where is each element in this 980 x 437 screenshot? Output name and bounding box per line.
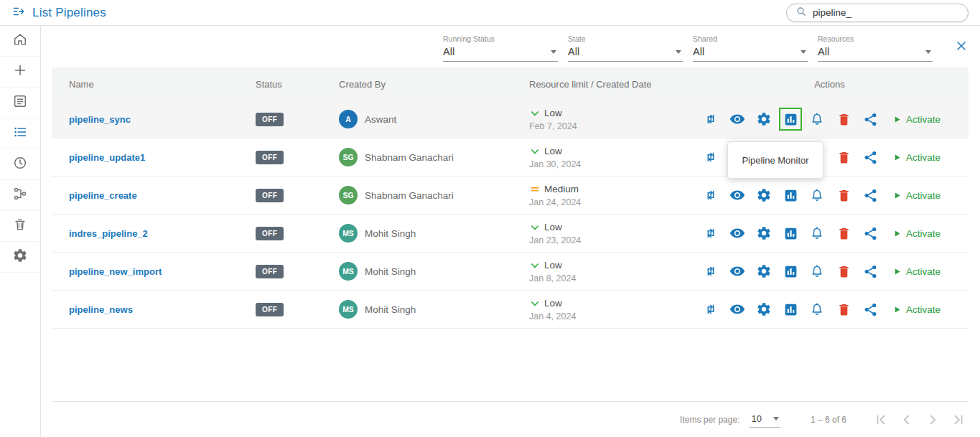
pipeline-name-link[interactable]: pipeline_update1 xyxy=(69,152,145,163)
share-button[interactable] xyxy=(862,149,879,166)
filter-resources[interactable]: Resources All xyxy=(818,34,933,62)
pipeline-monitor-button[interactable] xyxy=(782,111,799,128)
share-button[interactable] xyxy=(862,187,879,204)
view-button[interactable] xyxy=(729,187,746,204)
play-icon xyxy=(892,229,902,238)
created-date: Feb 7, 2024 xyxy=(529,121,691,131)
created-date: Jan 4, 2024 xyxy=(529,311,691,321)
chevron-down-icon xyxy=(801,50,806,54)
pipeline-flow-button[interactable] xyxy=(702,301,719,318)
services-button[interactable] xyxy=(755,111,773,128)
alerts-button[interactable] xyxy=(808,187,826,204)
delete-button[interactable] xyxy=(835,187,852,204)
delete-button[interactable] xyxy=(835,111,852,128)
filter-state[interactable]: State All xyxy=(568,34,683,62)
pipeline-flow-button[interactable] xyxy=(702,111,719,128)
services-button[interactable] xyxy=(755,301,773,318)
activate-button[interactable]: Activate xyxy=(892,228,941,239)
activate-button[interactable]: Activate xyxy=(892,114,941,125)
share-button[interactable] xyxy=(862,225,879,242)
table-row: pipeline_create OFF SG Shabnam Ganachari… xyxy=(52,177,969,215)
pipeline-flow-button[interactable] xyxy=(702,225,719,242)
resource-level: Low xyxy=(544,108,562,118)
sidebar-item-history[interactable] xyxy=(0,149,40,180)
delete-button[interactable] xyxy=(835,225,852,242)
alerts-button[interactable] xyxy=(808,225,826,242)
delete-button[interactable] xyxy=(835,263,852,280)
status-badge: OFF xyxy=(256,227,284,240)
alerts-button[interactable] xyxy=(808,301,826,318)
pipeline-monitor-button[interactable] xyxy=(782,225,799,242)
delete-button[interactable] xyxy=(835,149,852,166)
play-icon xyxy=(892,115,902,124)
sidebar-item-settings[interactable] xyxy=(0,242,40,273)
created-date: Jan 24, 2024 xyxy=(529,197,691,207)
pipeline-monitor-button[interactable] xyxy=(782,263,799,280)
pipeline-name-link[interactable]: pipeline_sync xyxy=(69,114,131,125)
activate-button[interactable]: Activate xyxy=(892,152,941,163)
sidebar-item-documents[interactable] xyxy=(0,88,40,118)
activate-button[interactable]: Activate xyxy=(892,304,941,315)
search-input[interactable] xyxy=(813,7,959,18)
services-button[interactable] xyxy=(755,225,773,242)
sidebar-item-pipelines[interactable] xyxy=(0,118,40,149)
previous-page-button[interactable] xyxy=(897,410,917,430)
alerts-button[interactable] xyxy=(808,111,826,128)
created-date: Jan 30, 2024 xyxy=(529,159,691,169)
creator-name: Mohit Singh xyxy=(365,304,416,315)
delete-button[interactable] xyxy=(835,301,852,318)
view-button[interactable] xyxy=(729,263,746,280)
play-icon xyxy=(892,191,902,200)
view-button[interactable] xyxy=(729,225,746,242)
pipeline-flow-button[interactable] xyxy=(702,149,719,166)
filter-shared[interactable]: Shared All xyxy=(693,34,808,62)
items-per-page-select[interactable]: 10 xyxy=(750,412,780,428)
pipeline-name-link[interactable]: pipeline_new_import xyxy=(69,266,162,277)
clock-icon xyxy=(12,155,28,174)
view-button[interactable] xyxy=(729,301,746,318)
pipeline-monitor-button[interactable] xyxy=(782,301,799,318)
filter-running-status[interactable]: Running Status All xyxy=(443,34,558,62)
sidebar-item-add[interactable] xyxy=(0,57,40,88)
share-button[interactable] xyxy=(862,301,879,318)
activate-button[interactable]: Activate xyxy=(892,190,941,201)
pipeline-name-link[interactable]: pipeline_news xyxy=(69,304,133,315)
pipeline-name-link[interactable]: indres_pipeline_2 xyxy=(69,228,148,239)
pipeline-flow-button[interactable] xyxy=(702,263,719,280)
last-page-button[interactable] xyxy=(948,410,969,430)
status-badge: OFF xyxy=(256,265,284,278)
sidebar-item-home[interactable] xyxy=(0,26,40,57)
table-row: pipeline_new_import OFF MS Mohit Singh L… xyxy=(52,253,969,291)
page-range-label: 1 – 6 of 6 xyxy=(811,415,846,425)
services-button[interactable] xyxy=(755,263,773,280)
sidebar-item-workflows[interactable] xyxy=(0,180,40,211)
column-header-actions: Actions xyxy=(691,79,969,90)
creator-name: Mohit Singh xyxy=(365,228,416,239)
resource-level-icon xyxy=(529,184,541,195)
column-header-resource: Resource limit / Created Date xyxy=(529,79,691,90)
activate-button[interactable]: Activate xyxy=(892,266,941,277)
resource-level: Low xyxy=(544,146,562,156)
trash-icon xyxy=(12,217,28,235)
share-button[interactable] xyxy=(862,263,879,280)
services-button[interactable] xyxy=(755,187,773,204)
play-icon xyxy=(892,153,902,162)
close-filters-button[interactable] xyxy=(954,39,969,56)
alerts-button[interactable] xyxy=(808,263,826,280)
resource-level: Low xyxy=(544,298,562,309)
avatar: MS xyxy=(339,224,358,243)
pipeline-name-link[interactable]: pipeline_create xyxy=(69,190,137,201)
sidebar-item-trash[interactable] xyxy=(0,211,40,242)
items-per-page-label: Items per page: xyxy=(680,415,739,425)
view-button[interactable] xyxy=(729,111,746,128)
resource-level: Medium xyxy=(544,184,579,194)
resource-level: Low xyxy=(544,222,562,232)
share-button[interactable] xyxy=(862,111,879,128)
pipeline-flow-button[interactable] xyxy=(702,187,719,204)
column-header-status: Status xyxy=(256,79,339,90)
page-title: List Pipelines xyxy=(32,6,106,20)
pipeline-monitor-button[interactable] xyxy=(782,187,799,204)
first-page-button[interactable] xyxy=(871,410,891,430)
close-icon xyxy=(954,39,969,56)
next-page-button[interactable] xyxy=(923,410,943,430)
